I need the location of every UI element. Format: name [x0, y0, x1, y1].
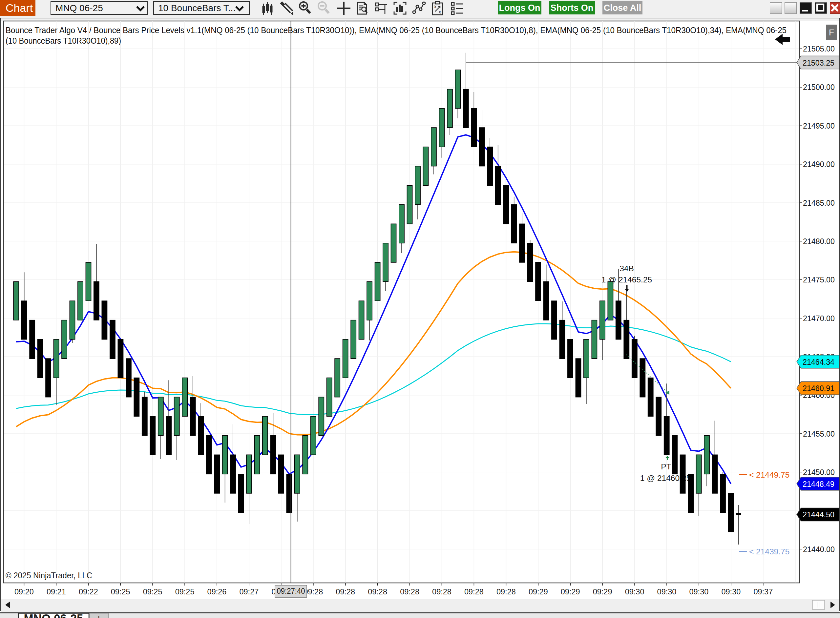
svg-text:+: +: [96, 612, 102, 618]
svg-text:09:30: 09:30: [721, 587, 740, 596]
svg-text:Bounce Trader Algo V4 / Bounce: Bounce Trader Algo V4 / Bounce Bars Pric…: [6, 25, 786, 35]
svg-text:21450.00: 21450.00: [803, 468, 835, 477]
svg-text:09:30: 09:30: [625, 587, 644, 596]
svg-text:21503.25: 21503.25: [803, 58, 834, 67]
svg-text:< 21439.75: < 21439.75: [749, 547, 789, 556]
svg-text:21490.00: 21490.00: [803, 160, 835, 169]
svg-text:09:20: 09:20: [15, 587, 34, 596]
svg-text:09:29: 09:29: [561, 587, 580, 596]
svg-text:21460.91: 21460.91: [803, 384, 834, 393]
svg-text:< 21449.75: < 21449.75: [749, 470, 789, 479]
svg-text:09:30: 09:30: [689, 587, 708, 596]
svg-text:09:29: 09:29: [593, 587, 612, 596]
svg-text:09:26: 09:26: [207, 587, 227, 596]
svg-text:09:30: 09:30: [657, 587, 676, 596]
svg-text:09:28: 09:28: [400, 587, 419, 596]
svg-text:09:28: 09:28: [336, 587, 355, 596]
svg-text:09:25: 09:25: [111, 587, 130, 596]
svg-text:34B: 34B: [620, 264, 634, 273]
svg-text:09:27:40: 09:27:40: [277, 587, 305, 595]
svg-text:09:21: 09:21: [47, 587, 66, 596]
svg-text:21505.00: 21505.00: [803, 45, 835, 53]
svg-text:MNQ 06-25: MNQ 06-25: [24, 612, 83, 618]
svg-text:21455.00: 21455.00: [803, 430, 835, 438]
svg-text:x: x: [434, 4, 436, 9]
svg-text:F: F: [829, 28, 834, 37]
svg-text:09:27: 09:27: [239, 587, 259, 596]
svg-text:21444.50: 21444.50: [803, 510, 834, 519]
svg-text:21480.00: 21480.00: [803, 237, 835, 246]
svg-text:09:28: 09:28: [432, 587, 452, 596]
svg-text:x: x: [439, 9, 441, 15]
svg-text:09:28: 09:28: [497, 587, 516, 596]
svg-text:(10 BounceBars T10R30O10),89): (10 BounceBars T10R30O10),89): [6, 36, 121, 46]
svg-text:21485.00: 21485.00: [803, 199, 835, 207]
svg-text:09:29: 09:29: [529, 587, 548, 596]
svg-text:PT: PT: [661, 462, 671, 471]
svg-text:21500.00: 21500.00: [803, 83, 835, 92]
svg-text:21495.00: 21495.00: [803, 122, 835, 130]
svg-text:21440.00: 21440.00: [803, 545, 835, 554]
svg-text:21448.49: 21448.49: [803, 480, 834, 489]
svg-text:© 2025 NinjaTrader, LLC: © 2025 NinjaTrader, LLC: [6, 570, 92, 580]
svg-text:09:37: 09:37: [753, 587, 773, 596]
svg-text:21475.00: 21475.00: [803, 276, 835, 284]
svg-text:09:28: 09:28: [464, 587, 484, 596]
svg-text:09:25: 09:25: [175, 587, 195, 596]
svg-text:21464.34: 21464.34: [803, 358, 834, 366]
svg-text:09:22: 09:22: [79, 587, 98, 596]
svg-text:09:28: 09:28: [368, 587, 387, 596]
svg-text:09:25: 09:25: [143, 587, 162, 596]
svg-text:21470.00: 21470.00: [803, 314, 835, 323]
